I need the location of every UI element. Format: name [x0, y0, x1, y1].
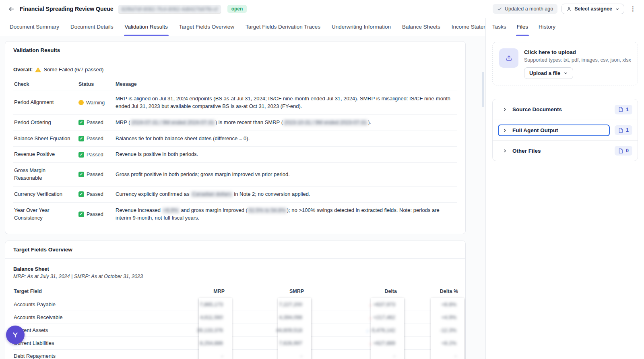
select-assignee-button[interactable]: Select assignee [561, 4, 624, 14]
column-header: Check [13, 78, 78, 91]
file-section-toggle[interactable]: Other Files [498, 145, 610, 157]
target-field-row: Debt Repayments---- [13, 350, 458, 359]
file-count-badge: 1 [615, 125, 632, 135]
main-scroll-area[interactable]: Validation Results Overall: Some Failed … [0, 36, 485, 359]
kebab-menu-button[interactable]: ⋮ [628, 5, 638, 12]
status-label: Passed [87, 135, 103, 142]
status-label: Passed [87, 191, 103, 198]
column-header: Status [78, 78, 115, 91]
delta-cell: ↓+217,462 [304, 311, 397, 324]
smrp-cell: 7,626,997 [225, 337, 304, 350]
upload-dropzone[interactable]: Click here to upload Supported types: tx… [492, 42, 638, 85]
warning-dot-icon [78, 100, 84, 105]
tab-document-details[interactable]: Document Details [70, 18, 114, 36]
column-header: Message [115, 78, 457, 91]
status-label: Passed [87, 211, 103, 218]
target-field-cell: Debt Repayments [13, 350, 144, 359]
delta-arrow-icon: ↓ [369, 315, 372, 320]
file-section-other-files[interactable]: Other Files0 [493, 140, 638, 161]
delta-pct-cell: +8.8% [397, 298, 458, 311]
file-sections-card: Source Documents1Full Agent Output1Other… [492, 99, 638, 161]
mrp-cell: - [144, 350, 225, 359]
chevron-right-icon [503, 107, 507, 112]
vertical-scrollbar-thumb[interactable] [482, 72, 484, 107]
panel-tab-tasks[interactable]: Tasks [492, 18, 506, 36]
check-cell: Period Ordering [13, 114, 78, 131]
assistant-fab-button[interactable] [6, 326, 25, 344]
chevron-down-icon [564, 71, 568, 75]
upload-icon [505, 54, 513, 62]
target-field-cell: Accounts Payable [13, 298, 144, 311]
panel-tab-files[interactable]: Files [517, 18, 528, 36]
passed-check-icon: ✓ [78, 212, 84, 217]
delta-arrow-icon: ↓ [366, 328, 369, 333]
status-cell: Warning [78, 91, 115, 115]
delta-pct-cell: - [397, 350, 458, 359]
back-button[interactable] [7, 5, 16, 13]
file-section-label: Full Agent Output [512, 127, 558, 133]
document-icon [618, 148, 623, 154]
tab-income-statements[interactable]: Income Statements [452, 18, 485, 36]
tab-validation-results[interactable]: Validation Results [125, 18, 168, 36]
smrp-cell: 7,227,200 [225, 298, 304, 311]
updated-status: Updated a month ago [493, 4, 557, 14]
status-label: Passed [87, 119, 103, 126]
target-fields-card: Target Fields Overview Balance Sheet MRP… [5, 241, 466, 359]
upload-file-button[interactable]: Upload a file [524, 67, 573, 79]
validation-row: Currency Verification✓PassedCurrency exp… [13, 186, 457, 202]
mrp-cell: 39,133,376 [144, 324, 225, 337]
passed-check-icon: ✓ [78, 191, 84, 197]
validation-row: Gross Margin Reasonable✓PassedGross prof… [13, 163, 457, 187]
target-fields-header-row: Target FieldMRPSMRPDeltaDelta % [13, 286, 458, 298]
column-header: Delta % [397, 286, 458, 298]
overall-status-line: Overall: Some Failed (6/7 passed) [13, 66, 457, 73]
file-count: 1 [626, 107, 629, 112]
message-cell: Revenue increased +6.9% and gross margin… [115, 202, 457, 226]
panel-tab-history[interactable]: History [539, 18, 555, 36]
y-merge-icon [11, 330, 20, 339]
file-section-source-documents[interactable]: Source Documents1 [493, 99, 638, 120]
delta-pct-cell: -12.3% [397, 324, 458, 337]
tab-underwriting-information[interactable]: Underwriting Information [332, 18, 391, 36]
message-cell: MRP (2024-07-31 / 9M ended 2024-07-31) i… [115, 114, 457, 131]
passed-check-icon: ✓ [78, 152, 84, 158]
tab-balance-sheets[interactable]: Balance Sheets [402, 18, 440, 36]
target-field-cell: Current Liabilities [13, 337, 144, 350]
upload-subtitle: Supported types: txt, pdf, images, csv, … [524, 57, 631, 63]
check-cell: Period Alignment [13, 91, 78, 115]
app-header: Financial Spreading Review Queue 82f6d7d… [0, 0, 644, 18]
status-cell: ✓Passed [78, 147, 115, 163]
check-cell: Gross Margin Reasonable [13, 163, 78, 187]
tab-document-summary[interactable]: Document Summary [10, 18, 59, 36]
status-cell: ✓Passed [78, 186, 115, 202]
file-section-toggle[interactable]: Full Agent Output [498, 125, 610, 136]
file-section-full-agent-output[interactable]: Full Agent Output1 [493, 120, 638, 140]
period-note: MRP: As at July 31, 2024 | SMRP: As at O… [13, 274, 457, 279]
status-label: Warning [86, 99, 105, 106]
upload-iconbox [499, 48, 518, 68]
delta-pct-cell: +4.9% [397, 311, 458, 324]
tab-target-fields-overview[interactable]: Target Fields Overview [179, 18, 234, 36]
card-title: Validation Results [5, 42, 465, 59]
status-cell: ✓Passed [78, 131, 115, 147]
validation-row: Period AlignmentWarningMRP is aligned on… [13, 91, 457, 115]
file-section-label: Other Files [512, 148, 541, 154]
target-field-row: Current Liabilities8,254,8867,626,997↓+6… [13, 337, 458, 350]
check-cell: Balance Sheet Equation [13, 131, 78, 147]
main-column: Document SummaryDocument DetailsValidati… [0, 18, 485, 359]
document-icon [618, 107, 623, 112]
redacted-text: 2024-07-31 / 9M ended 2024-07-31 [130, 119, 215, 125]
mrp-cell: 7,865,173 [144, 298, 225, 311]
main-tab-bar: Document SummaryDocument DetailsValidati… [0, 18, 485, 36]
message-cell: MRP is aligned on Jul 31, 2024 endpoints… [115, 91, 457, 115]
passed-check-icon: ✓ [78, 120, 84, 125]
file-section-label: Source Documents [512, 106, 562, 112]
check-cell: Currency Verification [13, 186, 78, 202]
column-header: SMRP [225, 286, 304, 298]
redacted-text: Canadian dollars [191, 191, 233, 197]
record-id-redacted: 82f6d7df-8082-7fc4-8062-4d8427b87fb-cf [118, 5, 221, 13]
status-cell: ✓Passed [78, 202, 115, 226]
tab-target-fields-derivation-traces[interactable]: Target Fields Derivation Traces [246, 18, 320, 36]
delta-arrow-icon: ↓ [369, 302, 372, 307]
file-section-toggle[interactable]: Source Documents [498, 104, 610, 115]
